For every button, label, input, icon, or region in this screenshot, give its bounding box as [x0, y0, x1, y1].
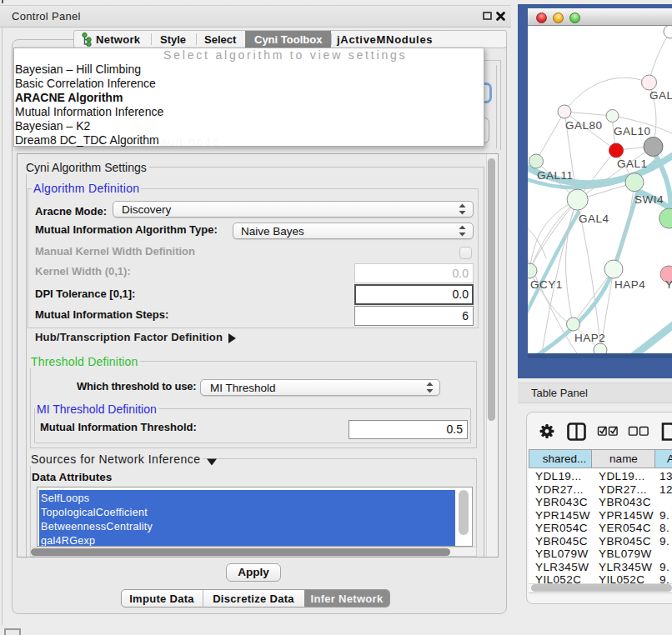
- svg-text:GAL4: GAL4: [579, 212, 609, 225]
- svg-text:GAL80: GAL80: [565, 119, 603, 132]
- svg-text:GAL1: GAL1: [617, 158, 648, 170]
- svg-text:GAL11: GAL11: [537, 169, 574, 182]
- svg-text:SWI4: SWI4: [634, 193, 664, 206]
- svg-text:YB: YB: [665, 278, 672, 291]
- svg-text:HAP4: HAP4: [614, 278, 645, 291]
- svg-text:GAL7: GAL7: [649, 89, 672, 102]
- svg-text:HAP2: HAP2: [574, 332, 605, 344]
- svg-text:GCY1: GCY1: [530, 278, 563, 291]
- svg-text:GAL10: GAL10: [614, 125, 651, 138]
